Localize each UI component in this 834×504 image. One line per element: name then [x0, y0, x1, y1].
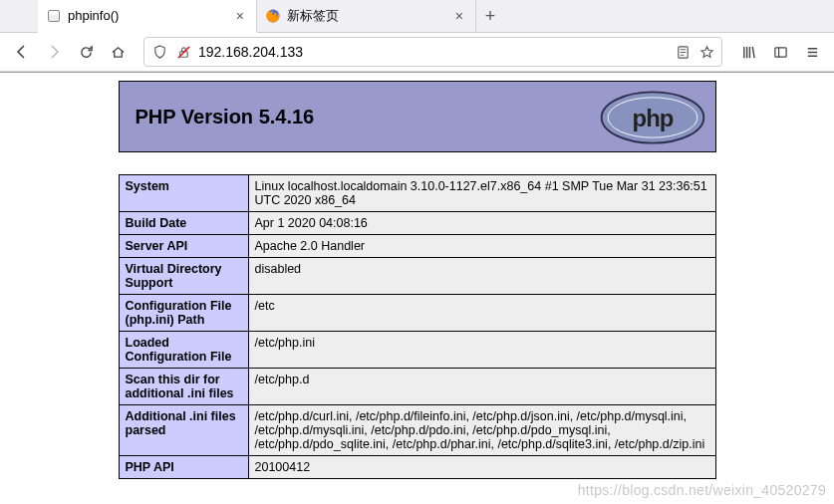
- config-key: Virtual Directory Support: [119, 258, 248, 295]
- table-row: Virtual Directory Supportdisabled: [119, 258, 715, 295]
- address-bar[interactable]: [143, 37, 722, 67]
- library-button[interactable]: [734, 38, 762, 66]
- config-key: Build Date: [119, 212, 248, 235]
- phpinfo-table: SystemLinux localhost.localdomain 3.10.0…: [119, 174, 716, 479]
- table-row: Loaded Configuration File/etc/php.ini: [119, 332, 715, 369]
- phpinfo-page: PHP Version 5.4.16 php SystemLinux local…: [119, 73, 716, 479]
- config-key: System: [119, 175, 248, 212]
- table-row: PHP API20100412: [119, 456, 715, 479]
- config-value: /etc/php.d/curl.ini, /etc/php.d/fileinfo…: [248, 405, 715, 456]
- back-button[interactable]: [8, 38, 36, 66]
- config-value: disabled: [248, 258, 715, 295]
- table-row: SystemLinux localhost.localdomain 3.10.0…: [119, 175, 715, 212]
- close-tab-icon[interactable]: ×: [451, 8, 467, 24]
- tabstrip-spacer: [0, 0, 38, 32]
- tab-strip: phpinfo() × 新标签页 × +: [0, 0, 834, 33]
- bookmark-icon[interactable]: [697, 45, 715, 60]
- new-tab-button[interactable]: +: [476, 0, 504, 32]
- firefox-icon: [265, 8, 281, 24]
- toolbar: [0, 33, 834, 72]
- svg-rect-7: [774, 47, 785, 56]
- reader-mode-icon[interactable]: [674, 45, 692, 60]
- table-row: Server APIApache 2.0 Handler: [119, 235, 715, 258]
- tab-title: 新标签页: [287, 7, 451, 25]
- sidebar-button[interactable]: [766, 38, 794, 66]
- config-key: PHP API: [119, 456, 248, 479]
- tab-phpinfo[interactable]: phpinfo() ×: [38, 0, 257, 33]
- config-value: 20100412: [248, 456, 715, 479]
- insecure-lock-icon[interactable]: [174, 45, 192, 60]
- table-row: Additional .ini files parsed/etc/php.d/c…: [119, 405, 715, 456]
- php-version-banner: PHP Version 5.4.16 php: [119, 81, 716, 152]
- viewport: PHP Version 5.4.16 php SystemLinux local…: [0, 72, 834, 504]
- menu-button[interactable]: [798, 38, 826, 66]
- url-input[interactable]: [198, 42, 668, 62]
- home-button[interactable]: [104, 38, 132, 66]
- table-row: Configuration File (php.ini) Path/etc: [119, 295, 715, 332]
- close-tab-icon[interactable]: ×: [232, 8, 248, 24]
- tab-title: phpinfo(): [68, 8, 232, 23]
- config-key: Additional .ini files parsed: [119, 405, 248, 456]
- config-value: Apr 1 2020 04:08:16: [248, 212, 715, 235]
- config-key: Scan this dir for additional .ini files: [119, 369, 248, 405]
- config-value: /etc/php.d: [248, 369, 715, 405]
- reload-button[interactable]: [72, 38, 100, 66]
- config-value: /etc/php.ini: [248, 332, 715, 369]
- config-value: Linux localhost.localdomain 3.10.0-1127.…: [248, 175, 715, 212]
- forward-button[interactable]: [40, 38, 68, 66]
- config-value: Apache 2.0 Handler: [248, 235, 715, 258]
- table-row: Build DateApr 1 2020 04:08:16: [119, 212, 715, 235]
- svg-text:php: php: [632, 105, 673, 131]
- config-value: /etc: [248, 295, 715, 332]
- config-key: Loaded Configuration File: [119, 332, 248, 369]
- table-row: Scan this dir for additional .ini files/…: [119, 369, 715, 405]
- tab-newtab[interactable]: 新标签页 ×: [257, 0, 476, 32]
- php-logo-icon: php: [598, 88, 707, 147]
- php-version-title: PHP Version 5.4.16: [136, 106, 315, 128]
- shield-icon[interactable]: [150, 45, 168, 60]
- config-key: Server API: [119, 235, 248, 258]
- config-key: Configuration File (php.ini) Path: [119, 295, 248, 332]
- watermark-text: https://blog.csdn.net/weixin_40520279: [578, 482, 826, 498]
- page-favicon: [46, 8, 62, 24]
